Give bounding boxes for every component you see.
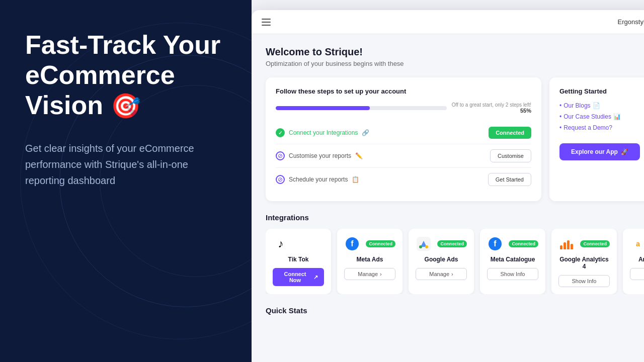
explore-app-button[interactable]: Explore our App 🚀 [559,143,640,160]
step-3-check-icon [276,175,285,184]
integrations-row: ♪ Tik Tok Connect Now ↗ [266,229,644,294]
amazon-name: Amazon A... [638,256,644,263]
step-1-check-icon [276,128,285,137]
svg-point-4 [419,245,422,248]
step-2-check-icon [276,151,285,160]
progress-pct: 55% [520,108,531,114]
ga4-info-button[interactable]: Show Info [558,275,610,287]
quick-stats-title: Quick Stats [266,306,644,315]
main-content: Welcome to Strique! Optimization of your… [252,34,644,362]
integration-ga4-header: Connected [558,236,610,252]
getting-started-card: Getting Started Our Blogs 📄 Our Case Stu… [549,77,644,201]
meta-ads-logo: f [344,236,360,252]
gs-title: Getting Started [559,87,640,95]
meta-catalogue-logo: f [487,236,503,252]
integration-meta-ads-header: f Connected [344,236,395,252]
meta-catalogue-connected-badge: Connected [509,240,538,247]
integration-card-meta-ads: f Connected Meta Ads Manage › [337,229,403,294]
meta-ads-manage-button[interactable]: Manage › [344,268,395,280]
google-ads-manage-button[interactable]: Manage › [416,268,467,280]
chevron-right-icon: › [380,271,382,277]
progress-hint: Off to a great start, only 2 steps left! [452,102,531,108]
amazon-logo: a [630,236,644,252]
setup-row: Follow these steps to set up your accoun… [266,77,644,201]
google-ads-logo [416,236,432,252]
google-ads-connected-badge: Connected [437,240,467,247]
integration-card-ga4: Connected Google Analytics 4 Show Info [551,229,617,294]
welcome-title: Welcome to Strique! [266,46,644,58]
topbar: Ergonstyle ▾ [252,10,644,34]
gs-link-blogs[interactable]: Our Blogs 📄 [559,102,640,109]
step-3-action-button[interactable]: Get Started [488,173,531,186]
arrow-icon: ↗ [313,274,318,281]
tiktok-connect-button[interactable]: Connect Now ↗ [273,268,324,286]
integration-tiktok-header: ♪ [273,236,324,252]
step-2-left: Customise your reports ✏️ [276,151,363,160]
step-3-left: Schedule your reports 📋 [276,175,359,184]
integrations-title: Integrations [266,213,644,222]
meta-catalogue-name: Meta Catalogue [491,256,535,263]
menu-icon[interactable] [262,19,271,26]
welcome-subtitle: Optimization of your business begins wit… [266,60,644,67]
svg-point-5 [425,245,428,248]
right-panel: Ergonstyle ▾ Welcome to Strique! Optimiz… [252,0,644,362]
setup-step-2: Customise your reports ✏️ Customise [276,144,531,168]
progress-track [276,106,447,110]
step-1-label: Connect your Integrations [289,129,358,136]
setup-card: Follow these steps to set up your accoun… [266,77,541,201]
setup-step-3: Schedule your reports 📋 Get Started [276,168,531,191]
step-2-action-button[interactable]: Customise [490,149,531,162]
ga4-connected-badge: Connected [580,240,610,247]
progress-fill [276,106,370,110]
brand-name: Ergonstyle [618,18,644,26]
hero-emoji: 🎯 [111,93,141,119]
setup-card-title: Follow these steps to set up your accoun… [276,87,531,95]
tiktok-name: Tik Tok [288,256,309,263]
amazon-action-button[interactable]: Show [630,268,644,280]
step-1-left: Connect your Integrations 🔗 [276,128,369,137]
hero-title: Fast-Track Your eCommerce Vision 🎯 [25,30,226,120]
meta-ads-connected-badge: Connected [366,240,395,247]
step-2-label: Customise your reports [289,152,351,159]
step-3-label: Schedule your reports [289,176,348,183]
ga4-name: Google Analytics 4 [558,256,610,270]
integration-google-ads-header: Connected [416,236,467,252]
gs-link-case-studies[interactable]: Our Case Studies 📊 [559,113,640,120]
topbar-brand-area: Ergonstyle ▾ [618,18,644,26]
chevron-right-icon: › [451,271,453,277]
analytics-bars-icon [560,238,573,249]
svg-text:f: f [494,239,497,248]
google-ads-name: Google Ads [425,256,458,263]
setup-step-1: Connect your Integrations 🔗 Connected [276,122,531,144]
meta-ads-name: Meta Ads [357,256,383,263]
progress-info: Off to a great start, only 2 steps left!… [452,102,531,114]
integration-card-google-ads: Connected Google Ads Manage › [409,229,474,294]
dashboard-window: Ergonstyle ▾ Welcome to Strique! Optimiz… [252,10,644,362]
integration-card-tiktok: ♪ Tik Tok Connect Now ↗ [266,229,331,294]
meta-catalogue-info-button[interactable]: Show Info [487,268,538,280]
gs-link-demo[interactable]: Request a Demo? [559,124,640,131]
progress-bar-row: Off to a great start, only 2 steps left!… [276,102,531,114]
integration-amazon-header: a [630,236,644,252]
integration-meta-catalogue-header: f Connected [487,236,538,252]
hero-panel: Fast-Track Your eCommerce Vision 🎯 Get c… [0,0,252,362]
integration-card-meta-catalogue: f Connected Meta Catalogue Show Info [480,229,545,294]
rocket-icon: 🚀 [621,148,628,155]
tiktok-logo: ♪ [273,236,289,252]
svg-text:f: f [351,239,354,248]
hero-subtitle: Get clear insights of your eCommerce per… [25,140,226,189]
ga4-logo [558,236,575,252]
step-1-action-button[interactable]: Connected [489,127,531,139]
integration-card-amazon: a Amazon A... Show [623,229,644,294]
